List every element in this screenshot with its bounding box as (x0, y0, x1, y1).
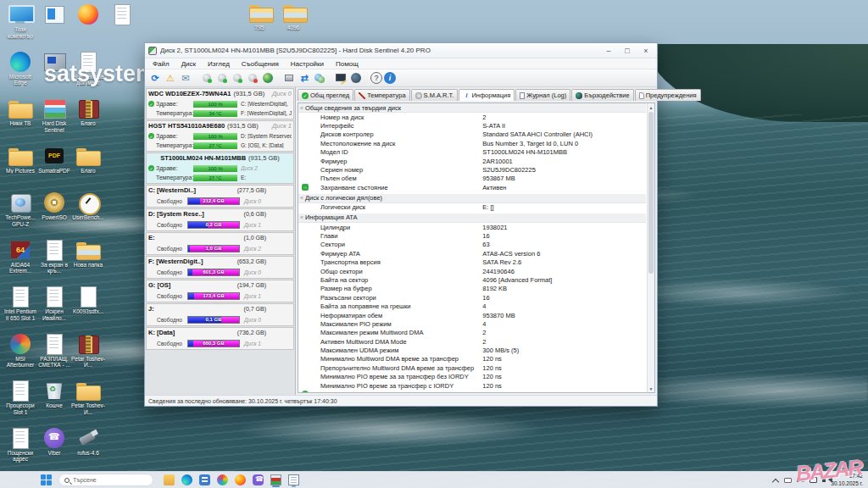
menu-Помощ[interactable]: Помощ (330, 60, 364, 68)
scrollbar-down-icon[interactable] (648, 385, 654, 392)
disk-test-3-button[interactable] (231, 71, 244, 85)
volume-entry[interactable]: K: [Data](736,2 GB)Свободно660,3 GBДиск … (146, 327, 294, 350)
scrollbar[interactable] (647, 103, 654, 392)
desktop-icon-appwin[interactable] (37, 3, 71, 26)
desktop-icon-label: SumatraPDF (37, 168, 71, 175)
network-button[interactable] (313, 71, 326, 85)
about-button[interactable]: i (384, 72, 396, 84)
scrollbar-up-icon[interactable] (648, 103, 654, 111)
report-button[interactable] (334, 71, 348, 85)
desktop-icon-За екран в кръ...[interactable]: За екран в кръ... (37, 239, 71, 275)
desktop-icon-PowerISO[interactable]: PowerISO (37, 191, 71, 221)
desktop-icon-Благо[interactable]: Благо (71, 145, 105, 175)
temperature-label: Температура: (156, 175, 193, 180)
desktop-icon-Процесори Slot 1[interactable]: Процесори Slot 1 (3, 380, 37, 416)
tray-expand-icon[interactable] (772, 477, 779, 484)
tab-S.M.A.R.T.[interactable]: S.M.A.R.T. (411, 89, 459, 101)
desktop-icon-Благо[interactable]: Благо (71, 97, 105, 127)
desktop-icon-Искрен Ивайло...[interactable]: Искрен Ивайло... (37, 286, 71, 322)
volume-disk-number: Диск 1 (244, 341, 261, 347)
taskbar-app-hds[interactable] (270, 474, 281, 485)
taskbar-app-edge[interactable] (181, 474, 192, 485)
info-row: Байта за поправяне на грешки4 (298, 302, 646, 310)
volume-entry[interactable]: D: [System Rese..](0,6 GB)Свободно0,2 GB… (146, 208, 294, 231)
tab-Предупреждения[interactable]: Предупреждения (635, 89, 701, 101)
disk-entry[interactable]: HGST HTS541010A9E680(931,5 GB)Диск 1✓Здр… (146, 120, 294, 152)
volume-entry[interactable]: J:(0,7 GB)Свободно0,1 GBДиск 0 (146, 303, 294, 326)
refresh-button[interactable]: ⟳ (148, 71, 162, 85)
desktop-icon-TechPowe... GPU-Z[interactable]: TechPowe... GPU-Z (3, 191, 37, 228)
volume-free-row: Свободно660,3 GBДиск 1 (148, 338, 292, 348)
menu-Файл[interactable]: Файл (147, 60, 175, 68)
desktop-icon-Пощенски адрес[interactable]: Пощенски адрес (3, 427, 37, 463)
help-button[interactable]: ? (370, 72, 382, 84)
desktop-icon-My Pictures[interactable]: My Pictures (3, 145, 37, 175)
menu-Диск[interactable]: Диск (175, 60, 202, 68)
info-value: Активен (482, 184, 506, 191)
disk-test-2-button[interactable] (215, 71, 229, 85)
tab-Общ преглед[interactable]: ✓Общ преглед (298, 89, 353, 101)
desktop-icon-firefox[interactable] (71, 3, 105, 26)
desktop-icon-Този компютър[interactable]: Този компютър (3, 3, 37, 40)
desktop-folder-4096[interactable]: 4096 (278, 2, 309, 31)
disk-entry[interactable]: ST1000LM024 HN-M101MBB(931,5 GB)✓Здраве:… (146, 152, 294, 184)
maximize-button[interactable]: □ (618, 44, 637, 57)
taskbar-app-notes[interactable] (288, 474, 299, 485)
desktop-icon-UserBench...[interactable]: UserBench... (71, 191, 105, 221)
taskbar-app-photos[interactable] (217, 474, 228, 485)
volume-entry[interactable]: C: [WesternDi..](277,5 GB)Свободно212,4 … (146, 185, 294, 208)
desktop-folder-795[interactable]: 795 (244, 2, 275, 31)
tab-Бързодействие[interactable]: Бързодействие (571, 89, 633, 101)
message-button[interactable]: ✉ (179, 71, 192, 85)
search-box[interactable]: Търсене (58, 474, 153, 486)
desktop-icon-Intel Pentium II 650 Slot 1[interactable]: Intel Pentium II 650 Slot 1 (3, 286, 37, 322)
desktop-icon-doc[interactable] (105, 3, 139, 26)
taskbar-app-explorer[interactable] (164, 474, 175, 485)
sync-button[interactable]: ⇄ (298, 71, 311, 85)
volume-entry[interactable]: E:(1,0 GB)Свободно1,0 GBДиск 2 (146, 232, 294, 255)
disk-search-button[interactable] (246, 71, 259, 85)
close-button[interactable]: × (637, 44, 655, 57)
harddisk-button[interactable] (282, 71, 296, 85)
desktop-icon-AIDA64 Extrem...[interactable]: AIDA64 Extrem... (3, 239, 37, 275)
desktop-icon-Ники ТВ[interactable]: Ники ТВ (3, 97, 37, 127)
menu-Настройки[interactable]: Настройки (285, 60, 330, 68)
desktop-icon-SumatraPDF[interactable]: SumatraPDF (37, 145, 71, 175)
disk-number: Диск 1 (272, 122, 292, 130)
volume-entry[interactable]: G: [OS](194,7 GB)Свободно173,4 GBДиск 1 (146, 280, 294, 302)
disk-test-1-button[interactable] (200, 71, 214, 85)
alerts-button[interactable]: ⚠ (164, 71, 177, 85)
minimize-button[interactable]: – (599, 44, 618, 57)
desktop-icon-Petar Toshev-И...[interactable]: Petar Toshev-И... (71, 380, 105, 416)
desktop-icon-Microsoft Edge[interactable]: Microsoft Edge (3, 51, 37, 87)
desktop-icon-Нова папка[interactable]: Нова папка (71, 239, 105, 269)
doc-icon (37, 286, 71, 308)
volume-free-row: Свободно173,4 GBДиск 1 (148, 291, 292, 301)
tab-Журнал (Log)[interactable]: Журнал (Log) (515, 89, 570, 101)
menu-Съобщения[interactable]: Съобщения (236, 60, 285, 68)
desktop-icon-MSI Afterburner[interactable]: MSI Afterburner (3, 333, 37, 369)
world-button[interactable] (349, 71, 363, 85)
start-button[interactable] (41, 474, 52, 485)
desktop-icon-РАЗПЛАЩ. СМЕТКА - ...[interactable]: РАЗПЛАЩ. СМЕТКА - ... (37, 333, 71, 369)
desktop-icon-Кошче[interactable]: Кошче (37, 380, 71, 409)
desktop-icon-Viber[interactable]: Viber (37, 427, 71, 457)
touch-keyboard-icon[interactable] (784, 478, 792, 483)
arrow-icon: → (302, 184, 309, 191)
taskbar-app-firefox[interactable] (235, 474, 246, 485)
tab-Информация[interactable]: iИнформация (459, 89, 515, 101)
desktop-icon-Petar Toshev-И...[interactable]: Petar Toshev-И... (71, 333, 105, 369)
disk-entry[interactable]: WDC WD10EZEX-75WN4A1(931,5 GB)Диск 0✓Здр… (146, 88, 294, 119)
scrollbar-thumb[interactable] (648, 112, 654, 274)
taskbar-app-viber[interactable] (253, 474, 264, 485)
online-status-button[interactable] (261, 71, 275, 85)
window-titlebar[interactable]: Диск 2, ST1000LM024 HN-M101MBB [S2U5J9DC… (145, 43, 657, 58)
volume-entry[interactable]: F: [WesternDigit..](653,2 GB)Свободно601… (146, 256, 294, 279)
menu-Изглед[interactable]: Изглед (202, 60, 236, 68)
tab-Температура[interactable]: Температура (354, 89, 409, 101)
desktop-icon-Hard Disk Sentinel[interactable]: Hard Disk Sentinel (37, 97, 71, 134)
desktop-icon-K0093sdfx...[interactable]: K0093sdfx... (71, 286, 105, 315)
taskbar-app-calc[interactable] (199, 474, 210, 485)
desktop-icon-rufus-4.6[interactable]: rufus-4.6 (71, 427, 105, 457)
info-label: Фирмуер (320, 158, 347, 165)
